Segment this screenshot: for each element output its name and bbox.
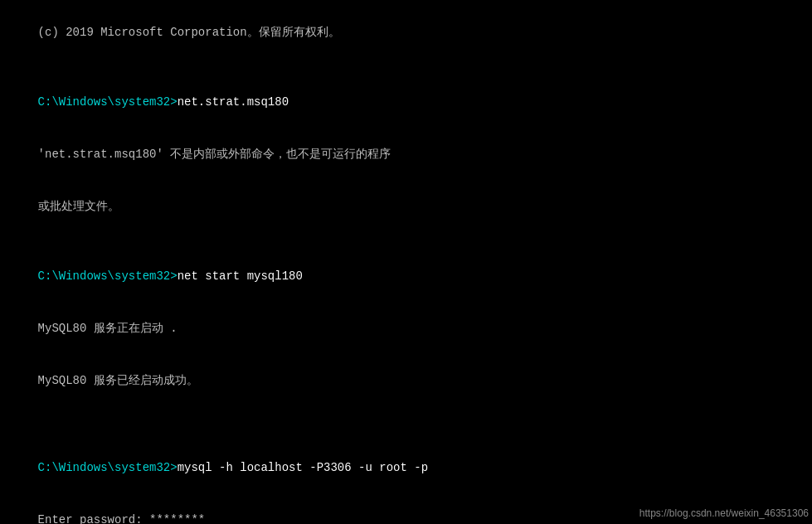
service-starting-line: MySQL80 服务正在启动 . [10,303,802,355]
copyright-line: (c) 2019 Microsoft Corporation。保留所有权利。 [10,7,802,59]
blank-line-1 [10,59,802,76]
command-line-1: C:\Windows\system32>net.strat.msq180 [10,76,802,129]
watermark: https://blog.csdn.net/weixin_46351306 [639,507,809,519]
blank-line-3 [10,407,802,425]
command-line-2: C:\Windows\system32>net start mysql180 [10,250,802,303]
blank-line-2 [10,233,802,250]
error-line-1: 'net.strat.msq180' 不是内部或外部命令，也不是可运行的程序 [10,129,802,181]
service-started-line: MySQL80 服务已经启动成功。 [10,355,802,407]
command-line-3: C:\Windows\system32>mysql -h localhost -… [10,442,802,494]
error-line-2: 或批处理文件。 [10,181,802,233]
terminal-window: (c) 2019 Microsoft Corporation。保留所有权利。 C… [0,0,812,524]
blank-line-4 [10,425,802,442]
